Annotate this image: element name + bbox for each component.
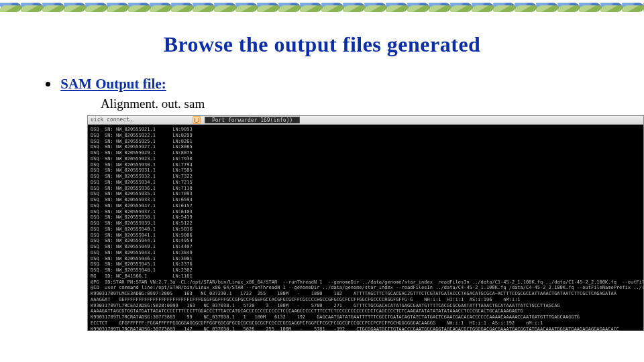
terminal-screenshot: uick connect… Port forwarder 169(info)) …	[87, 115, 644, 331]
terminal-topbar: uick connect… Port forwarder 169(info))	[88, 116, 643, 125]
bullet-label: SAM Output file:	[60, 76, 166, 92]
reload-icon	[193, 116, 201, 124]
page-title: Browse the output files generated	[0, 32, 644, 57]
filename-text: Alignment. out. sam	[101, 97, 644, 111]
bullet-dot-icon	[46, 82, 50, 86]
quick-connect-label: uick connect…	[91, 117, 133, 123]
bullet-sam-output: SAM Output file:	[46, 76, 644, 93]
terminal-body: DSQ SN: NW_020555921.1 LN:9093 DSQ SN: N…	[88, 125, 643, 331]
dna-banner	[0, 0, 644, 15]
terminal-tab: Port forwarder 169(info))	[205, 117, 300, 123]
